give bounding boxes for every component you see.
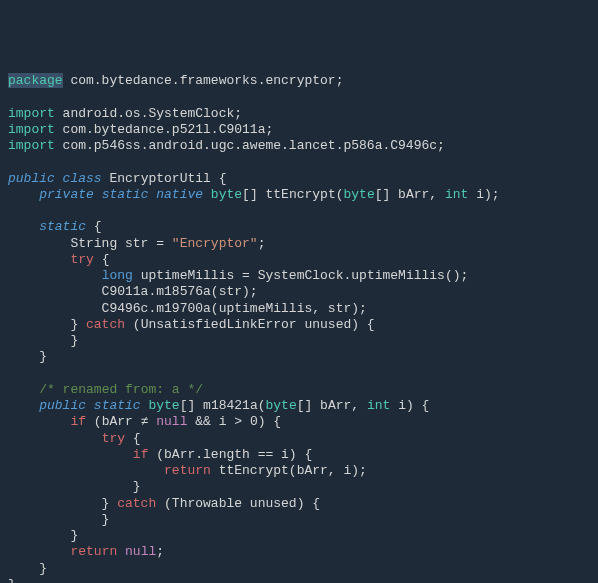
code-token: try [102, 431, 125, 446]
code-token: byte [148, 398, 179, 413]
code-token: } [8, 512, 109, 527]
code-token: null [156, 414, 187, 429]
code-token: public static [39, 398, 140, 413]
code-token: return [70, 544, 117, 559]
code-token: { [94, 252, 110, 267]
code-token: import [8, 138, 55, 153]
code-token: == [258, 447, 274, 462]
code-token: [] m18421a( [180, 398, 266, 413]
code-token: android.os.SystemClock; [55, 106, 242, 121]
code-token: import [8, 122, 55, 137]
code-token: long [102, 268, 133, 283]
code-token: i) { [273, 447, 312, 462]
code-token [203, 187, 211, 202]
code-token: } [8, 333, 78, 348]
code-token: byte [344, 187, 375, 202]
code-token: "Encryptor" [172, 236, 258, 251]
code-token [8, 219, 39, 234]
code-token [8, 268, 102, 283]
code-token: int [445, 187, 468, 202]
code-token: import [8, 106, 55, 121]
code-token: ; [258, 236, 266, 251]
code-token [8, 414, 70, 429]
code-token: com.bytedance.frameworks.encryptor; [63, 73, 344, 88]
code-token: && [195, 414, 211, 429]
code-token: package [8, 73, 63, 88]
code-token [8, 431, 102, 446]
code-token [8, 187, 39, 202]
code-token: [] bArr, [375, 187, 445, 202]
code-token: /* renamed from: a */ [39, 382, 203, 397]
code-token: C9496c.m19700a(uptimeMillis, str); [8, 301, 367, 316]
code-token: null [125, 544, 156, 559]
code-token: i > [211, 414, 250, 429]
code-token: (bArr.length [148, 447, 257, 462]
code-token: i) { [390, 398, 429, 413]
code-token: (UnsatisfiedLinkError unused) { [125, 317, 375, 332]
code-token [8, 463, 164, 478]
code-token: } [8, 496, 117, 511]
code-token: C9011a.m18576a(str); [8, 284, 258, 299]
code-token: } [8, 577, 16, 583]
code-token: uptimeMillis = SystemClock.uptimeMillis(… [133, 268, 468, 283]
code-token: EncryptorUtil [102, 171, 219, 186]
code-token: } [8, 528, 78, 543]
code-token: [] bArr, [297, 398, 367, 413]
code-token [8, 398, 39, 413]
code-token [8, 447, 133, 462]
code-token: public class [8, 171, 102, 186]
code-token: static [39, 219, 86, 234]
code-token: } [8, 561, 47, 576]
code-token [8, 382, 39, 397]
code-token: { [86, 219, 102, 234]
code-token [117, 544, 125, 559]
code-token: i); [468, 187, 499, 202]
code-token: catch [86, 317, 125, 332]
code-token [8, 252, 70, 267]
code-token: private static native [39, 187, 203, 202]
code-token: return [164, 463, 211, 478]
code-token: ; [156, 544, 164, 559]
code-token: (bArr [86, 414, 141, 429]
code-token: byte [266, 398, 297, 413]
code-token: } [8, 349, 47, 364]
code-block: package com.bytedance.frameworks.encrypt… [8, 73, 590, 583]
code-token: } [8, 479, 141, 494]
code-token: { [125, 431, 141, 446]
code-token: String str = [8, 236, 172, 251]
code-token: com.bytedance.p521l.C9011a; [55, 122, 273, 137]
code-token [8, 544, 70, 559]
code-token: byte [211, 187, 242, 202]
code-token: int [367, 398, 390, 413]
code-token: 0 [250, 414, 258, 429]
code-token: } [8, 317, 86, 332]
code-token: try [70, 252, 93, 267]
code-token: { [219, 171, 227, 186]
code-token: if [70, 414, 86, 429]
code-token: ) { [258, 414, 281, 429]
code-token: (Throwable unused) { [156, 496, 320, 511]
code-token: ttEncrypt(bArr, i); [211, 463, 367, 478]
code-token: [] ttEncrypt( [242, 187, 343, 202]
code-token: com.p546ss.android.ugc.aweme.lancet.p586… [55, 138, 445, 153]
code-token: catch [117, 496, 156, 511]
code-token: if [133, 447, 149, 462]
